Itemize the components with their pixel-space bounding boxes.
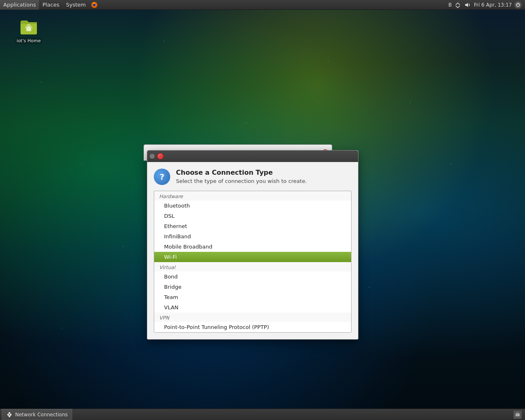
dialog-text: Choose a Connection Type Select the type… [176, 169, 307, 184]
vlan-item[interactable]: VLAN [154, 302, 351, 313]
bluetooth-item[interactable]: Bluetooth [154, 201, 351, 211]
notification-icon[interactable] [514, 411, 522, 419]
dialog-dot [150, 154, 155, 159]
datetime: Fri 6 Apr, 13:17 [474, 2, 512, 8]
pptp-item[interactable]: Point-to-Point Tunneling Protocol (PPTP) [154, 322, 351, 332]
panel-left: Applications Places System [0, 0, 98, 10]
dialog-title: Choose a Connection Type [176, 169, 307, 176]
panel-right: B Fri 6 Apr, 13:17 [447, 1, 525, 9]
svg-rect-5 [9, 415, 10, 417]
team-item[interactable]: Team [154, 292, 351, 302]
taskbar: Network Connections [0, 409, 525, 420]
dsl-item[interactable]: DSL [154, 211, 351, 221]
dialog-titlebar: ✕ [147, 151, 358, 162]
folder-icon [19, 16, 39, 36]
home-folder-icon[interactable]: iot's Home [12, 16, 45, 44]
bluetooth-icon: B [447, 2, 452, 8]
question-icon: ? [154, 169, 170, 185]
places-menu[interactable]: Places [39, 0, 62, 10]
taskbar-label: Network Connections [15, 412, 68, 418]
dialog-content: ? Choose a Connection Type Select the ty… [147, 162, 358, 339]
hardware-category: Hardware [154, 191, 351, 201]
dialog-close-button[interactable]: ✕ [157, 153, 164, 160]
wifi-item[interactable]: Wi-Fi [154, 252, 351, 262]
power-button[interactable] [514, 1, 522, 9]
dialog-subtitle: Select the type of connection you wish t… [176, 178, 307, 184]
mobile-broadband-item[interactable]: Mobile Broadband [154, 242, 351, 252]
taskbar-network-connections[interactable]: Network Connections [2, 409, 72, 420]
applications-menu[interactable]: Applications [0, 0, 39, 10]
svg-point-1 [93, 4, 96, 6]
ethernet-item[interactable]: Ethernet [154, 221, 351, 231]
taskbar-right [514, 411, 525, 419]
firefox-icon[interactable] [91, 1, 98, 9]
infiniband-item[interactable]: InfiniBand [154, 231, 351, 242]
taskbar-network-icon [6, 411, 13, 418]
virtual-category: Virtual [154, 262, 351, 272]
connection-type-list: Hardware Bluetooth DSL Ethernet InfiniBa… [154, 191, 352, 333]
bond-item[interactable]: Bond [154, 272, 351, 282]
choose-connection-dialog: ✕ ? Choose a Connection Type Select the … [147, 150, 358, 340]
dialog-header: ? Choose a Connection Type Select the ty… [154, 169, 352, 185]
svg-rect-14 [516, 413, 520, 416]
volume-icon [464, 1, 471, 9]
svg-marker-2 [465, 3, 468, 7]
system-menu[interactable]: System [63, 0, 89, 10]
network-icon [454, 1, 461, 9]
top-panel: Applications Places System B Fri 6 Apr, … [0, 0, 525, 10]
vpn-category: VPN [154, 313, 351, 322]
bridge-item[interactable]: Bridge [154, 282, 351, 292]
home-folder-label: iot's Home [16, 38, 42, 44]
